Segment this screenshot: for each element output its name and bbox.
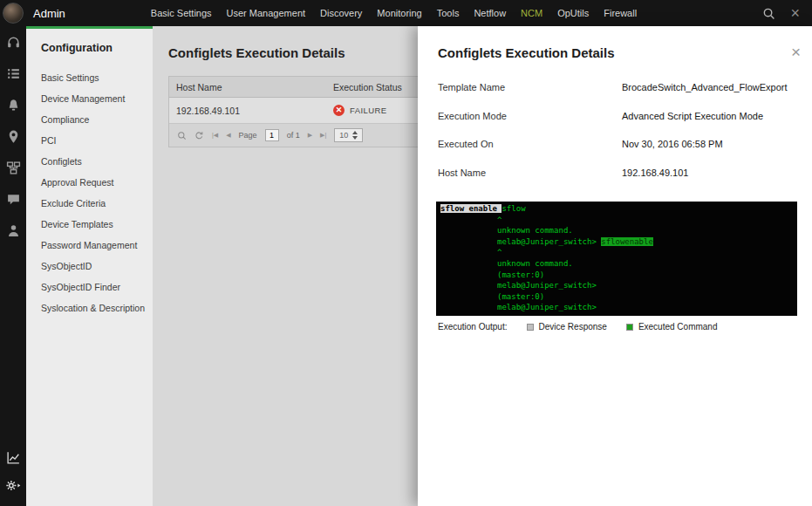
field-executed-on: Executed OnNov 30, 2016 06:58 PM xyxy=(418,139,812,168)
menu-item-user-management[interactable]: User Management xyxy=(227,8,306,18)
brand-title: Admin xyxy=(33,7,65,20)
sidebar-item-exclude-criteria[interactable]: Exclude Criteria xyxy=(26,193,153,214)
sidebar-item-pci[interactable]: PCI xyxy=(26,130,153,151)
field-label: Executed On xyxy=(438,139,622,149)
legend-label: Device Response xyxy=(539,322,607,332)
sidebar-item-password-management[interactable]: Password Management xyxy=(26,235,153,256)
user-avatar[interactable] xyxy=(3,3,24,24)
search-icon[interactable] xyxy=(762,7,775,20)
tasks-icon[interactable] xyxy=(6,66,21,81)
legend-item-executed-command: Executed Command xyxy=(626,322,718,332)
execution-output-terminal: sflow enable sflow ^ unknown command. me… xyxy=(436,202,797,316)
device-response-text: sflow enable xyxy=(440,204,502,213)
legend-item-device-response: Device Response xyxy=(527,322,607,332)
legend-items: Device ResponseExecuted Command xyxy=(527,322,718,332)
execution-status-cell: ✕ FAILURE xyxy=(333,105,386,116)
menu-item-netflow[interactable]: Netflow xyxy=(474,8,506,18)
field-label: Template Name xyxy=(438,82,622,92)
headset-icon[interactable] xyxy=(6,35,21,50)
first-page-icon[interactable]: |◀ xyxy=(212,132,218,139)
terminal-line: melab@Juniper_switch> xyxy=(440,302,793,313)
page-total-label: of 1 xyxy=(287,131,300,140)
field-template-name: Template NameBrocadeSwitch_Advanced_Flow… xyxy=(418,82,812,111)
terminal-text: melab@Juniper_switch> xyxy=(440,303,597,311)
sidebar-item-sysobjectid[interactable]: SysObjectID xyxy=(26,256,153,277)
panel-fields: Template NameBrocadeSwitch_Advanced_Flow… xyxy=(418,82,812,195)
terminal-line: (master:0) xyxy=(440,270,793,281)
inventory-icon[interactable] xyxy=(6,161,21,175)
terminal-line: (master:0) xyxy=(440,291,793,303)
topbar-right: × xyxy=(762,7,812,20)
refresh-icon[interactable] xyxy=(194,131,204,140)
table-search-icon[interactable] xyxy=(177,131,187,140)
failure-icon: ✕ xyxy=(333,105,345,116)
location-icon[interactable] xyxy=(6,129,21,144)
sidebar-item-device-management[interactable]: Device Management xyxy=(26,88,153,109)
sidebar-title: Configuration xyxy=(26,29,153,67)
executed-command-text: sflowenable xyxy=(601,237,653,246)
menu-item-discovery[interactable]: Discovery xyxy=(320,8,362,18)
status-badge: FAILURE xyxy=(350,106,386,115)
field-value: BrocadeSwitch_Advanced_FlowExport xyxy=(622,82,788,92)
prev-page-icon[interactable]: ◀ xyxy=(226,132,230,139)
terminal-line: melab@Juniper_switch> xyxy=(440,280,793,291)
terminal-text: melab@Juniper_switch> xyxy=(440,237,601,246)
menu-item-oputils[interactable]: OpUtils xyxy=(557,8,589,18)
menu-item-ncm[interactable]: NCM xyxy=(521,8,542,18)
panel-close-icon[interactable]: × xyxy=(791,45,801,58)
col-execution-status: Execution Status xyxy=(333,82,402,92)
col-host-name: Host Name xyxy=(169,82,333,92)
sidebar-item-sysobjectid-finder[interactable]: SysObjectID Finder xyxy=(26,277,153,297)
last-page-icon[interactable]: ▶| xyxy=(320,132,326,139)
sidebar-item-device-templates[interactable]: Device Templates xyxy=(26,214,153,235)
menu-item-monitoring[interactable]: Monitoring xyxy=(377,8,421,18)
topbar: Admin Basic SettingsUser ManagementDisco… xyxy=(0,0,812,26)
field-label: Host Name xyxy=(438,168,622,178)
sidebar-list: Basic SettingsDevice ManagementComplianc… xyxy=(26,67,153,318)
field-execution-mode: Execution ModeAdvanced Script Execution … xyxy=(418,111,812,140)
page-size-select[interactable]: 10 xyxy=(334,128,363,142)
terminal-text: unknown command. xyxy=(440,259,573,268)
sidebar-item-syslocation-description[interactable]: Syslocation & Description xyxy=(26,297,153,318)
menu-item-firewall[interactable]: Firewall xyxy=(604,8,637,18)
sidebar-item-approval-request[interactable]: Approval Request xyxy=(26,172,153,193)
reports-icon[interactable] xyxy=(6,450,21,465)
menu-item-tools[interactable]: Tools xyxy=(437,8,460,18)
terminal-line: melab@Juniper_switch> sflowenable xyxy=(440,236,793,248)
sidebar-item-basic-settings[interactable]: Basic Settings xyxy=(26,67,153,88)
menu-item-basic-settings[interactable]: Basic Settings xyxy=(151,8,212,18)
terminal-text: ^ xyxy=(440,248,502,256)
page-size-value: 10 xyxy=(339,131,348,140)
chat-icon[interactable] xyxy=(6,192,21,207)
legend-label: Executed Command xyxy=(638,322,718,332)
field-value: Advanced Script Execution Mode xyxy=(622,111,763,121)
alarms-icon[interactable] xyxy=(6,98,21,113)
legend-color-swatch xyxy=(527,324,534,331)
panel-header: Configlets Execution Details × xyxy=(418,26,812,60)
page-label: Page xyxy=(239,131,257,140)
sidebar-item-configlets[interactable]: Configlets xyxy=(26,151,153,172)
terminal-text: sflow xyxy=(502,204,525,213)
sidebar-item-compliance[interactable]: Compliance xyxy=(26,109,153,130)
topbar-menu: Basic SettingsUser ManagementDiscoveryMo… xyxy=(151,8,637,18)
terminal-line: ^ xyxy=(440,247,793,258)
next-page-icon[interactable]: ▶ xyxy=(308,132,312,139)
details-panel: Configlets Execution Details × Template … xyxy=(418,26,812,506)
icon-rail xyxy=(0,26,26,506)
page-number-input[interactable] xyxy=(265,129,279,141)
execution-output-legend: Execution Output: Device ResponseExecute… xyxy=(438,322,812,332)
terminal-text: unknown command. xyxy=(440,226,573,235)
rail-top-group xyxy=(6,35,21,255)
host-name-cell: 192.168.49.101 xyxy=(169,106,333,116)
terminal-line: unknown command. xyxy=(440,225,793,236)
legend-color-swatch xyxy=(626,324,633,331)
terminal-text: (master:0) xyxy=(440,292,544,301)
terminal-text: ^ xyxy=(440,215,502,224)
field-host-name: Host Name192.168.49.101 xyxy=(418,168,812,196)
spinner-arrows-icon xyxy=(352,131,358,140)
settings-icon[interactable] xyxy=(4,478,22,493)
users-icon[interactable] xyxy=(6,223,21,238)
field-value: Nov 30, 2016 06:58 PM xyxy=(622,139,723,149)
close-icon[interactable]: × xyxy=(790,7,800,19)
terminal-text: melab@Juniper_switch> xyxy=(440,281,597,290)
